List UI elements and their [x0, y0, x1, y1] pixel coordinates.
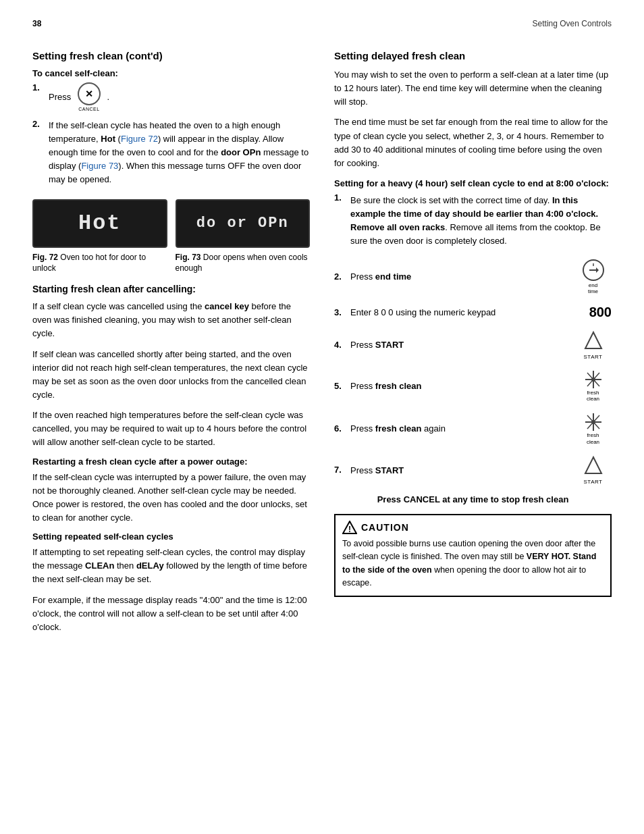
starting-para3: If the oven reached high temperatures be… — [32, 409, 310, 449]
starting-title: Starting fresh clean after cancelling: — [32, 284, 310, 294]
fig73-display: do or OPn — [176, 199, 311, 248]
right-intro-para1: You may wish to set the oven to perform … — [334, 68, 612, 109]
right-step-7-icon: START — [574, 454, 612, 485]
right-step-1: 1. Be sure the clock is set with the cor… — [334, 192, 612, 249]
end-time-label: end time — [588, 282, 598, 295]
right-step-5-text: Press fresh clean — [350, 378, 574, 393]
two-col-layout: Setting fresh clean (cont'd) To cancel s… — [32, 50, 612, 641]
svg-marker-15 — [585, 457, 601, 473]
svg-point-14 — [591, 420, 595, 424]
cancel-sub-title: To cancel self-clean: — [32, 68, 310, 78]
right-step-4: 4. Press START START — [334, 330, 612, 360]
right-step-6-icon: fresh clean — [574, 412, 612, 445]
fig72-caption: Fig. 72 Oven too hot for door to unlock — [32, 252, 167, 275]
right-step-6: 6. Press fresh clean again fresh clean — [334, 412, 612, 445]
page: 38 Setting Oven Controls Setting fresh c… — [0, 0, 644, 834]
right-section-title: Setting delayed fresh clean — [334, 50, 612, 61]
caution-text: To avoid possible burns use caution open… — [342, 538, 603, 590]
step-2-row: 2. If the self-clean cycle has heated th… — [32, 119, 310, 187]
fresh-clean-label-5: fresh clean — [587, 390, 599, 402]
cancel-icon-label: CANCEL — [78, 106, 99, 113]
svg-marker-4 — [585, 332, 601, 348]
page-number: 38 — [32, 19, 41, 28]
caution-label: CAUTION — [361, 522, 409, 533]
restart-title: Restarting a fresh clean cycle after a p… — [32, 457, 310, 467]
figure-73: do or OPn Fig. 73 Door opens when oven c… — [176, 199, 311, 275]
caution-box: ! CAUTION To avoid possible burns use ca… — [334, 514, 612, 597]
warning-triangle-icon: ! — [342, 521, 357, 534]
press-cancel-text: Press CANCEL at any time to stop fresh c… — [334, 494, 612, 504]
setting-repeated-title: Setting repeated self-clean cycles — [32, 531, 310, 542]
start-icon-7 — [583, 454, 604, 479]
right-step-7-text: Press START — [350, 463, 574, 477]
right-step-2-text: Press end time — [350, 269, 574, 284]
step-2-text: If the self-clean cycle has heated the o… — [49, 119, 310, 187]
caution-triangle-icon: ! — [342, 521, 357, 534]
fresh-clean-label-6: fresh clean — [587, 432, 599, 445]
right-column: Setting delayed fresh clean You may wish… — [334, 50, 612, 641]
restart-para: If the self-clean cycle was interrupted … — [32, 471, 310, 525]
setting-repeated-para1: If attempting to set repeating self-clea… — [32, 546, 310, 586]
page-header: 38 Setting Oven Controls — [32, 19, 612, 28]
start-icon-4 — [583, 330, 604, 354]
fig73-caption: Fig. 73 Door opens when oven cools enoug… — [176, 252, 311, 275]
caution-header: ! CAUTION — [342, 521, 603, 534]
fresh-clean-icon-5 — [584, 369, 603, 390]
start-label-7: START — [584, 479, 603, 485]
right-step-3-value: 800 — [589, 305, 612, 320]
svg-point-9 — [591, 377, 595, 382]
right-step-7-num: 7. — [334, 465, 348, 475]
svg-text:!: ! — [348, 525, 351, 534]
right-step-5: 5. Press fresh clean fresh cle — [334, 369, 612, 402]
page-title: Setting Oven Controls — [533, 19, 612, 28]
right-step-5-icon: fresh clean — [574, 369, 612, 402]
right-step-2-num: 2. — [334, 271, 348, 282]
start-label-4: START — [584, 354, 603, 360]
right-step-4-icon: START — [574, 330, 612, 360]
starting-para2: If self clean was cancelled shortly afte… — [32, 348, 310, 402]
right-step-2: 2. Press end time end time — [334, 258, 612, 295]
left-column: Setting fresh clean (cont'd) To cancel s… — [32, 50, 310, 641]
figure-72: Hot Fig. 72 Oven too hot for door to unl… — [32, 199, 167, 275]
right-sub-title: Setting for a heavy (4 hour) self clean … — [334, 178, 612, 188]
right-intro-para2: The end time must be set far enough from… — [334, 115, 612, 170]
end-time-icon — [581, 258, 606, 282]
step-1-row: 1. Press ✕ CANCEL . — [32, 82, 310, 113]
starting-para1: If a self clean cycle was cancelled usin… — [32, 300, 310, 340]
right-step-3-text: Enter 8 0 0 using the numeric keypad — [350, 305, 583, 319]
right-step-5-num: 5. — [334, 381, 348, 391]
svg-marker-2 — [596, 267, 599, 273]
right-step-2-icon: end time — [574, 258, 612, 295]
right-step-4-text: Press START — [350, 337, 574, 352]
right-step-1-num: 1. — [334, 192, 348, 203]
right-step-3-num: 3. — [334, 307, 348, 317]
right-step-7: 7. Press START START — [334, 454, 612, 485]
right-step-6-num: 6. — [334, 423, 348, 434]
step-1-num: 1. — [32, 82, 46, 93]
setting-repeated-para2: For example, if the message display read… — [32, 594, 310, 634]
cancel-button-icon[interactable]: ✕ — [78, 82, 101, 105]
fig72-display: Hot — [32, 199, 167, 248]
step-2-num: 2. — [32, 119, 46, 129]
step-1-text: Press ✕ CANCEL . — [49, 82, 310, 113]
right-step-1-text: Be sure the clock is set with the correc… — [350, 192, 612, 249]
fresh-clean-icon-6 — [584, 412, 603, 432]
left-section-title: Setting fresh clean (cont'd) — [32, 50, 310, 61]
right-step-4-num: 4. — [334, 340, 348, 350]
right-step-3: 3. Enter 8 0 0 using the numeric keypad … — [334, 305, 612, 320]
figures-row: Hot Fig. 72 Oven too hot for door to unl… — [32, 199, 310, 275]
right-step-6-text: Press fresh clean again — [350, 421, 574, 436]
